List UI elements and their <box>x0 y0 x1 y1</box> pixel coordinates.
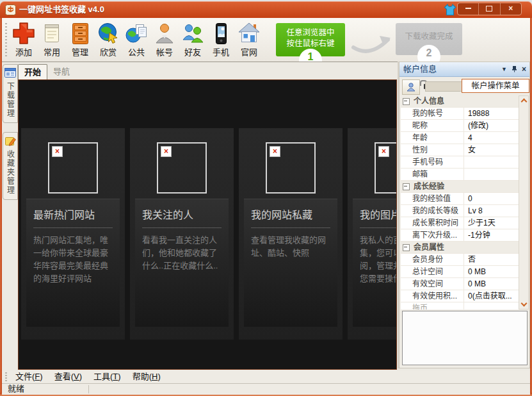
scroll-down-button[interactable] <box>519 299 528 309</box>
close-button[interactable]: × <box>501 3 521 15</box>
property-value[interactable]: 女 <box>464 144 519 156</box>
section-row[interactable]: 成长经验 <box>401 181 519 193</box>
section-row[interactable]: 个人信息 <box>401 95 519 108</box>
broken-image-icon: × <box>378 146 389 157</box>
add-icon <box>10 19 38 47</box>
menubar-grip <box>5 372 7 381</box>
notepad-icon <box>38 19 66 47</box>
account-menu-button[interactable]: 帐户操作菜单 <box>462 79 529 93</box>
section-label: 成长经验 <box>414 181 444 192</box>
property-row[interactable]: 有效空间0 MB <box>401 278 519 290</box>
avatar-button[interactable] <box>402 79 420 95</box>
property-value[interactable]: 少于1天 <box>464 217 519 229</box>
menu-item-view[interactable]: 查看(V) <box>49 370 88 383</box>
property-row[interactable]: 我的成长等级Lv 8 <box>401 205 519 217</box>
sidebar-tab-favorites-manager[interactable]: 收藏夹管理 <box>3 132 18 200</box>
card-title: 我的图片收藏 <box>360 206 397 222</box>
broken-image-icon: × <box>161 146 172 157</box>
tab-navigation[interactable]: 导航 <box>47 64 76 79</box>
property-row[interactable]: 离下次升级...-1分钟 <box>401 229 519 242</box>
property-value[interactable] <box>464 156 519 168</box>
toolbar-item-add[interactable]: 添加 <box>10 19 38 57</box>
minimize-button[interactable] <box>458 3 479 15</box>
property-value[interactable]: 19888 <box>464 108 519 119</box>
account-grid: 个人信息我的帐号19888昵称(修改)年龄4性别女手机号码邮箱成长经验我的经验值… <box>401 95 519 309</box>
panel-pin-button[interactable] <box>512 65 517 74</box>
window-frame <box>0 18 2 395</box>
collapse-icon[interactable] <box>403 183 410 190</box>
menubar: 文件(F) 查看(V) 工具(T) 帮助(H) <box>2 370 530 383</box>
step1-button[interactable]: 任意浏览器中 按住鼠标右键 1 <box>276 23 345 56</box>
menu-item-file[interactable]: 文件(F) <box>10 370 49 383</box>
property-value[interactable]: (修改) <box>464 120 519 131</box>
property-row[interactable]: 总计空间0 MB <box>401 266 519 278</box>
property-label: 有效使用积... <box>401 290 464 302</box>
property-value[interactable]: 0 MB <box>464 278 519 290</box>
toolbar-item-public[interactable]: 公共 <box>122 19 150 57</box>
toolbar-item-browse[interactable]: 欣赏 <box>94 19 122 57</box>
skin-shirt-icon[interactable] <box>444 4 456 16</box>
property-row[interactable]: 会员身份否 <box>401 254 519 266</box>
property-value[interactable] <box>464 169 519 180</box>
toolbar-item-website[interactable]: 官网 <box>235 19 263 57</box>
app-window: 一键网址书签收藏 v4.0 × 添加 常用 管理 <box>0 0 532 396</box>
property-value[interactable]: -1分钟 <box>464 229 519 241</box>
sidebar-tab-download-manager[interactable]: 下载管理 <box>3 64 18 123</box>
property-row[interactable]: 昵称(修改) <box>401 120 519 132</box>
property-row[interactable]: 年龄4 <box>401 132 519 144</box>
section-row[interactable]: 会员属性 <box>401 242 519 254</box>
toolbar-item-common[interactable]: 常用 <box>38 19 66 57</box>
section-label: 会员属性 <box>414 242 444 253</box>
step2-button[interactable]: 下载收藏完成 2 <box>396 23 462 55</box>
globe-docs-icon <box>122 19 150 47</box>
tab-start[interactable]: 开始 <box>18 64 47 79</box>
card-body: 最新热门网站 热门网站汇集地，唯 一给你带来全球最豪 华阵容最完美最经典 的海里… <box>26 199 120 327</box>
property-value[interactable]: 0 MB <box>464 266 519 277</box>
property-value[interactable] <box>464 302 519 309</box>
scrollbar-track[interactable] <box>519 95 529 309</box>
maximize-button[interactable] <box>479 3 500 15</box>
property-label: 性别 <box>401 144 464 156</box>
toolbar-item-mobile[interactable]: 手机 <box>207 19 235 57</box>
property-row[interactable]: 拖币 <box>401 302 519 309</box>
card-people-i-follow[interactable]: × 我关注的人 看看我一直关注的人 们，他和她都收藏了 什么..正在收藏什么.. <box>130 128 234 340</box>
menu-item-help[interactable]: 帮助(H) <box>127 370 166 383</box>
toolbar-item-account[interactable]: 帐号 <box>150 19 179 57</box>
property-label: 手机号码 <box>401 156 464 168</box>
property-label: 邮箱 <box>401 169 464 180</box>
broken-image-icon: × <box>270 146 280 157</box>
property-row[interactable]: 我的帐号19888 <box>401 108 519 120</box>
divider <box>142 227 222 228</box>
property-row[interactable]: 成长累积时间少于1天 <box>401 217 519 229</box>
property-value[interactable]: 0(点击获取... <box>464 290 519 302</box>
section-label: 个人信息 <box>414 95 444 107</box>
favorites-manager-icon <box>3 135 17 149</box>
info-box <box>402 311 528 365</box>
toolbar-grip <box>5 23 7 56</box>
panel-close-button[interactable]: × <box>522 66 526 72</box>
property-row[interactable]: 有效使用积...0(点击获取... <box>401 290 519 302</box>
card-my-pictures[interactable]: × 我的图片收藏 我私人的百 集，您可以 阅，管理并 您需要操作 <box>348 128 397 340</box>
menu-item-tools[interactable]: 工具(T) <box>88 370 127 383</box>
phone-icon <box>207 19 235 47</box>
toolbar: 添加 常用 管理 欣赏 公共 帐号 <box>2 18 530 62</box>
card-hot-websites[interactable]: × 最新热门网站 热门网站汇集地，唯 一给你带来全球最豪 华阵容最完美最经典 的… <box>21 128 125 340</box>
property-value[interactable]: 0 <box>464 193 519 204</box>
property-value[interactable]: Lv 8 <box>464 205 519 217</box>
property-row[interactable]: 我的经验值0 <box>401 193 519 205</box>
property-label: 我的成长等级 <box>401 205 464 217</box>
property-row[interactable]: 性别女 <box>401 144 519 156</box>
panel-dropdown-button[interactable]: ▼ <box>501 66 507 72</box>
property-value[interactable]: 4 <box>464 132 519 144</box>
collapse-icon[interactable] <box>403 98 410 105</box>
scroll-up-button[interactable] <box>519 96 528 106</box>
card-my-website-collection[interactable]: × 我的网站私藏 查看管理我收藏的网 址、酷站、快照 <box>239 128 343 340</box>
property-row[interactable]: 手机号码 <box>401 156 519 169</box>
toolbar-item-friends[interactable]: 好友 <box>179 19 207 57</box>
property-value[interactable]: 否 <box>464 254 519 265</box>
home-icon <box>235 19 263 47</box>
toolbar-item-manage[interactable]: 管理 <box>66 19 94 57</box>
property-row[interactable]: 邮箱 <box>401 169 519 181</box>
property-label: 总计空间 <box>401 266 464 277</box>
collapse-icon[interactable] <box>403 244 410 251</box>
